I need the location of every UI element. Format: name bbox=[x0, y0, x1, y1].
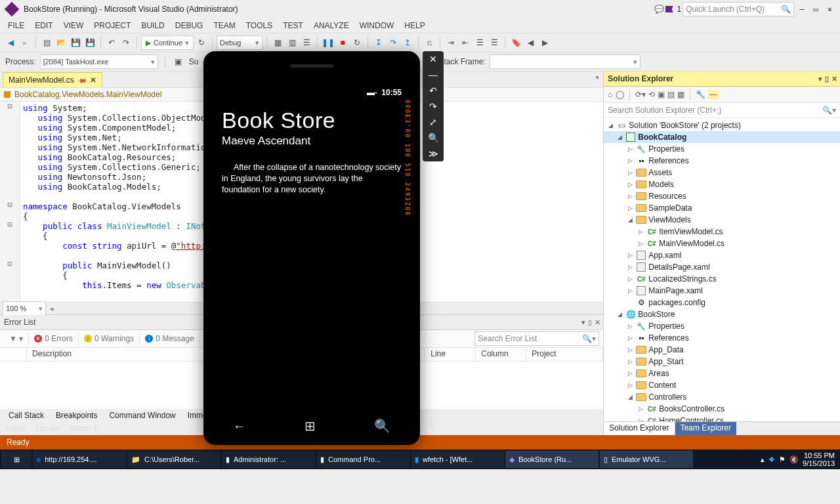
showall-icon[interactable]: ▤ bbox=[667, 90, 675, 99]
tray-flag-icon[interactable]: ⚑ bbox=[779, 455, 786, 464]
tree-item[interactable]: Models bbox=[648, 180, 674, 189]
tab-autos[interactable]: Autos bbox=[5, 424, 26, 433]
pin-icon[interactable]: 📌 bbox=[77, 75, 87, 85]
next-bookmark-icon[interactable]: ▶ bbox=[538, 36, 551, 49]
tab-commandwindow[interactable]: Command Window bbox=[103, 409, 181, 422]
error-search-input[interactable]: Search Error List 🔍▾ bbox=[474, 331, 599, 346]
emu-more-button[interactable]: ≫ bbox=[429, 148, 438, 159]
tree-item[interactable]: Properties bbox=[648, 144, 684, 154]
tree-item[interactable]: Properties bbox=[648, 322, 684, 331]
tab-watch1[interactable]: Watch 1 bbox=[69, 424, 98, 433]
outdent-icon[interactable]: ⇤ bbox=[459, 36, 472, 49]
restart-button[interactable]: ↻ bbox=[195, 36, 208, 49]
filter-button[interactable]: ▼ ▾ bbox=[4, 331, 29, 346]
redo-button[interactable]: ↷ bbox=[119, 36, 133, 49]
tool3-icon[interactable]: ☰ bbox=[300, 36, 313, 49]
pane-pin-icon[interactable]: ▯ bbox=[825, 75, 829, 83]
solution-search-input[interactable]: Search Solution Explorer (Ctrl+;) 🔍▾ bbox=[604, 103, 840, 118]
step-into-button[interactable]: ↧ bbox=[372, 36, 385, 49]
tool4-icon[interactable]: ⎌ bbox=[423, 36, 436, 49]
emu-rotate-left-button[interactable]: ↶ bbox=[429, 85, 437, 96]
emu-fit-button[interactable]: ⤢ bbox=[429, 117, 437, 127]
task-item[interactable]: ▮Command Pro... bbox=[316, 451, 410, 468]
save-button[interactable]: 💾 bbox=[69, 36, 82, 49]
zoom-combo[interactable]: 100 % bbox=[3, 301, 46, 316]
menu-team[interactable]: TEAM bbox=[213, 21, 235, 30]
emu-close-button[interactable]: ✕ bbox=[429, 54, 437, 64]
sync-icon[interactable]: ⟳▾ bbox=[635, 90, 646, 99]
tray-clock[interactable]: 10:55 PM 9/15/2013 bbox=[803, 452, 835, 467]
col-project[interactable]: Project bbox=[526, 348, 603, 361]
task-item[interactable]: 📁C:\Users\Rober... bbox=[127, 451, 220, 468]
task-item[interactable]: ▮Administrator: ... bbox=[222, 451, 315, 468]
stackframe-combo[interactable] bbox=[490, 54, 640, 69]
tab-callstack[interactable]: Call Stack bbox=[3, 409, 50, 422]
tool-icon[interactable]: ▦ bbox=[271, 36, 284, 49]
tree-item[interactable]: LocalizedStrings.cs bbox=[648, 274, 716, 284]
hscroll-left-icon[interactable]: ◂ bbox=[50, 304, 54, 313]
project-bookstore[interactable]: BookStore bbox=[638, 310, 675, 319]
pause-button[interactable]: ❚❚ bbox=[322, 36, 335, 49]
menu-test[interactable]: TEST bbox=[283, 21, 303, 30]
tab-solution-explorer[interactable]: Solution Explorer bbox=[604, 422, 675, 435]
task-item[interactable]: ▯Emulator WVG... bbox=[600, 451, 693, 468]
tree-item[interactable]: References bbox=[648, 333, 688, 343]
home-icon[interactable]: ⌂ bbox=[608, 90, 612, 99]
menu-build[interactable]: BUILD bbox=[141, 21, 164, 30]
comment-icon[interactable]: ☰ bbox=[473, 36, 486, 49]
tree-item[interactable]: Resources bbox=[648, 192, 686, 201]
bookmark-icon[interactable]: 🔖 bbox=[509, 36, 522, 49]
tray-overflow-icon[interactable]: ▴ bbox=[761, 455, 765, 464]
minimize-button[interactable]: — bbox=[795, 5, 808, 14]
refresh-button[interactable]: ↻ bbox=[350, 36, 364, 49]
tree-item[interactable]: Assets bbox=[648, 168, 672, 177]
solution-tree[interactable]: ◢▭Solution 'BookStore' (2 projects) ◢Boo… bbox=[604, 118, 840, 421]
config-combo[interactable]: Debug bbox=[217, 35, 262, 50]
uncomment-icon[interactable]: ☰ bbox=[488, 36, 501, 49]
menu-debug[interactable]: DEBUG bbox=[175, 21, 203, 30]
tree-item[interactable]: References bbox=[648, 156, 688, 165]
tab-breakpoints[interactable]: Breakpoints bbox=[50, 409, 103, 422]
view-icon[interactable]: ▦ bbox=[677, 90, 684, 99]
nav-back-button[interactable]: ◀ bbox=[4, 36, 17, 49]
tree-item[interactable]: DetailsPage.xaml bbox=[648, 262, 709, 272]
col-line[interactable]: Line bbox=[425, 348, 476, 361]
undo-button[interactable]: ↶ bbox=[105, 36, 118, 49]
menu-help[interactable]: HELP bbox=[404, 21, 425, 30]
emu-zoom-button[interactable]: 🔍 bbox=[428, 133, 439, 143]
new-project-button[interactable]: ▤ bbox=[40, 36, 53, 49]
tree-item[interactable]: ItemViewModel.cs bbox=[659, 227, 723, 236]
pane-close-icon[interactable]: ✕ bbox=[831, 75, 837, 83]
menu-file[interactable]: FILE bbox=[8, 21, 24, 30]
menu-analyze[interactable]: ANALYZE bbox=[314, 21, 349, 30]
feedback-icon[interactable]: 💬 bbox=[654, 5, 664, 14]
tree-item[interactable]: App.xaml bbox=[648, 251, 681, 260]
emu-rotate-right-button[interactable]: ↷ bbox=[429, 101, 437, 112]
tree-item[interactable]: SampleData bbox=[648, 203, 692, 213]
start-button[interactable]: ⊞ bbox=[1, 451, 32, 468]
quick-launch-input[interactable]: Quick Launch (Ctrl+Q) 🔍 bbox=[682, 2, 794, 16]
tray-sound-icon[interactable]: 🔇 bbox=[789, 455, 799, 464]
pane-menu-icon[interactable]: ▾ bbox=[581, 318, 585, 327]
pane-menu-icon[interactable]: ▾ bbox=[818, 75, 822, 83]
tree-item[interactable]: ViewModels bbox=[648, 215, 690, 224]
errors-toggle[interactable]: ✕ 0 Errors bbox=[29, 331, 79, 346]
editor-tab[interactable]: MainViewModel.cs 📌 ✕ bbox=[3, 72, 102, 87]
pane-pin-icon[interactable]: ▯ bbox=[588, 318, 592, 327]
restore-button[interactable]: ▭ bbox=[810, 5, 822, 14]
phone-search-button[interactable]: 🔍 bbox=[374, 418, 390, 434]
tree-item[interactable]: MainViewModel.cs bbox=[659, 239, 724, 248]
warnings-toggle[interactable]: ! 0 Warnings bbox=[79, 331, 140, 346]
tree-item[interactable]: App_Data bbox=[648, 345, 683, 354]
phone-start-button[interactable]: ⊞ bbox=[304, 418, 316, 434]
tree-item[interactable]: BooksController.cs bbox=[659, 404, 724, 413]
col-column[interactable]: Column bbox=[476, 348, 526, 361]
menu-view[interactable]: VIEW bbox=[64, 21, 84, 30]
phone-back-button[interactable]: ← bbox=[233, 419, 246, 434]
open-file-button[interactable]: 📂 bbox=[54, 36, 68, 49]
back-icon[interactable]: ◯ bbox=[616, 90, 624, 99]
phone-emulator-window[interactable]: ▬▫ 10:55 Book Store Maeve Ascendant Afte… bbox=[203, 51, 420, 445]
save-all-button[interactable]: 💾 bbox=[83, 36, 96, 49]
tab-locals[interactable]: Locals bbox=[36, 424, 59, 433]
close-tab-icon[interactable]: ✕ bbox=[90, 75, 96, 85]
